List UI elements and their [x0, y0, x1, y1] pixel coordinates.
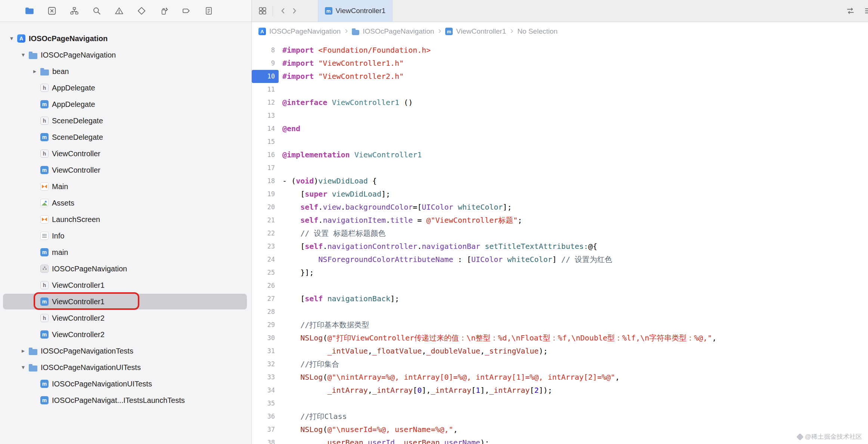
line-number[interactable]: 19	[252, 188, 279, 201]
code-review-icon[interactable]	[845, 5, 856, 16]
code-line-30[interactable]: 30 NSLog(@"打印ViewController传递过来的值：\n整型：%…	[252, 332, 868, 345]
code-line-12[interactable]: 12@interface ViewController1 ()	[252, 96, 868, 109]
issue-navigator-icon[interactable]	[114, 5, 125, 16]
line-number[interactable]: 17	[252, 161, 279, 175]
code-line-13[interactable]: 13	[252, 109, 868, 122]
code-line-24[interactable]: 24 NSForegroundColorAttributeName : [UIC…	[252, 253, 868, 266]
sidebar-item-iosocpagenavigat...itestslaunchtests[interactable]: mIOSOcPageNavigat...ITestsLaunchTests	[0, 392, 251, 408]
sidebar-item-viewcontroller2[interactable]: mViewController2	[0, 326, 251, 343]
line-number[interactable]: 38	[252, 436, 279, 444]
sidebar-item-scenedelegate[interactable]: mSceneDelegate	[0, 129, 251, 145]
line-number[interactable]: 36	[252, 410, 279, 423]
line-number[interactable]: 23	[252, 240, 279, 253]
sidebar-item-appdelegate[interactable]: hAppDelegate	[0, 80, 251, 96]
line-number[interactable]: 10	[252, 70, 279, 83]
report-navigator-icon[interactable]	[203, 5, 214, 16]
line-number[interactable]: 20	[252, 201, 279, 214]
sidebar-item-viewcontroller[interactable]: mViewController	[0, 162, 251, 178]
line-number[interactable]: 33	[252, 371, 279, 384]
sidebar-item-viewcontroller1[interactable]: hViewController1	[0, 277, 251, 293]
line-number[interactable]: 26	[252, 279, 279, 292]
line-number[interactable]: 11	[252, 83, 279, 96]
sidebar-item-bean[interactable]: ▸bean	[0, 63, 251, 80]
breakpoint-navigator-icon[interactable]	[181, 5, 192, 16]
sidebar-item-iosocpagenavigation[interactable]: ▾AIOSOcPageNavigation	[0, 30, 251, 47]
forward-button[interactable]	[289, 5, 300, 16]
code-area[interactable]: 8#import <Foundation/Foundation.h>9#impo…	[252, 41, 868, 444]
code-line-33[interactable]: 33 NSLog(@"\nintArray=%@, intArray[0]=%@…	[252, 371, 868, 384]
code-line-17[interactable]: 17	[252, 161, 868, 175]
line-number[interactable]: 35	[252, 397, 279, 410]
line-number[interactable]: 31	[252, 345, 279, 358]
chevron-down-icon[interactable]: ▾	[6, 36, 17, 41]
sidebar-item-scenedelegate[interactable]: hSceneDelegate	[0, 112, 251, 129]
code-line-23[interactable]: 23 [self.navigationController.navigation…	[252, 240, 868, 253]
code-line-22[interactable]: 22 // 设置 标题栏标题颜色	[252, 227, 868, 240]
sidebar-item-iosocpagenavigationtests[interactable]: ▸IOSOcPageNavigationTests	[0, 343, 251, 359]
chevron-right-icon[interactable]: ▸	[29, 68, 40, 74]
sidebar-item-viewcontroller2[interactable]: hViewController2	[0, 310, 251, 326]
editor-options-icon[interactable]	[863, 5, 868, 16]
code-line-8[interactable]: 8#import <Foundation/Foundation.h>	[252, 44, 868, 57]
chevron-down-icon[interactable]: ▾	[18, 52, 29, 58]
breadcrumb-project[interactable]: IOSOcPageNavigation	[269, 27, 341, 36]
code-line-32[interactable]: 32 //打印集合	[252, 358, 868, 371]
code-line-38[interactable]: 38 userBean.userId, userBean.userName);	[252, 436, 868, 444]
chevron-down-icon[interactable]: ▾	[18, 364, 29, 370]
line-number[interactable]: 22	[252, 227, 279, 240]
breadcrumb-selection[interactable]: No Selection	[517, 27, 558, 36]
code-line-14[interactable]: 14@end	[252, 122, 868, 135]
line-number[interactable]: 34	[252, 384, 279, 397]
sidebar-item-iosocpagenavigation[interactable]: IOSOcPageNavigation	[0, 260, 251, 277]
line-number[interactable]: 15	[252, 135, 279, 148]
symbol-navigator-icon[interactable]	[69, 5, 80, 16]
related-items-icon[interactable]	[257, 5, 268, 16]
line-number[interactable]: 37	[252, 423, 279, 436]
breadcrumb-file[interactable]: ViewController1	[456, 27, 506, 36]
line-number[interactable]: 29	[252, 318, 279, 332]
back-button[interactable]	[278, 5, 289, 16]
code-line-31[interactable]: 31 _intValue,_floatValue,_doubleValue,_s…	[252, 345, 868, 358]
line-number[interactable]: 16	[252, 148, 279, 161]
code-line-9[interactable]: 9#import "ViewController1.h"	[252, 57, 868, 70]
line-number[interactable]: 8	[252, 44, 279, 57]
line-number[interactable]: 18	[252, 175, 279, 188]
code-line-36[interactable]: 36 //打印Class	[252, 410, 868, 423]
debug-navigator-icon[interactable]	[158, 5, 170, 16]
sidebar-item-iosocpagenavigationuitests[interactable]: ▾IOSOcPageNavigationUITests	[0, 359, 251, 376]
tab-viewcontroller1[interactable]: m ViewController1	[318, 0, 393, 22]
line-number[interactable]: 28	[252, 305, 279, 318]
line-number[interactable]: 32	[252, 358, 279, 371]
find-navigator-icon[interactable]	[91, 5, 102, 16]
sidebar-item-assets[interactable]: Assets	[0, 195, 251, 211]
code-line-29[interactable]: 29 //打印基本数据类型	[252, 318, 868, 332]
code-line-26[interactable]: 26	[252, 279, 868, 292]
code-line-28[interactable]: 28	[252, 305, 868, 318]
sidebar-item-main[interactable]: mmain	[0, 244, 251, 260]
sidebar-item-main[interactable]: Main	[0, 178, 251, 195]
code-line-10[interactable]: 10#import "ViewController2.h"	[252, 70, 868, 83]
code-line-18[interactable]: 18- (void)viewDidLoad {	[252, 175, 868, 188]
test-navigator-icon[interactable]	[136, 5, 147, 16]
source-control-navigator-icon[interactable]	[46, 5, 58, 16]
code-line-19[interactable]: 19 [super viewDidLoad];	[252, 188, 868, 201]
code-line-20[interactable]: 20 self.view.backgroundColor=[UIColor wh…	[252, 201, 868, 214]
line-number[interactable]: 14	[252, 122, 279, 135]
code-line-27[interactable]: 27 [self navigationBack];	[252, 292, 868, 305]
code-line-21[interactable]: 21 self.navigationItem.title = @"ViewCon…	[252, 214, 868, 227]
sidebar-item-info[interactable]: Info	[0, 228, 251, 244]
code-line-25[interactable]: 25 }];	[252, 266, 868, 279]
line-number[interactable]: 13	[252, 109, 279, 122]
code-line-35[interactable]: 35	[252, 397, 868, 410]
line-number[interactable]: 30	[252, 332, 279, 345]
line-number[interactable]: 25	[252, 266, 279, 279]
sidebar-item-viewcontroller[interactable]: hViewController	[0, 145, 251, 162]
code-line-11[interactable]: 11	[252, 83, 868, 96]
project-navigator-icon[interactable]	[24, 5, 35, 16]
line-number[interactable]: 12	[252, 96, 279, 109]
sidebar-item-appdelegate[interactable]: mAppDelegate	[0, 96, 251, 112]
sidebar-item-viewcontroller1[interactable]: mViewController1	[0, 293, 251, 310]
sidebar-item-iosocpagenavigation[interactable]: ▾IOSOcPageNavigation	[0, 47, 251, 63]
line-number[interactable]: 21	[252, 214, 279, 227]
chevron-right-icon[interactable]: ▸	[18, 348, 29, 354]
